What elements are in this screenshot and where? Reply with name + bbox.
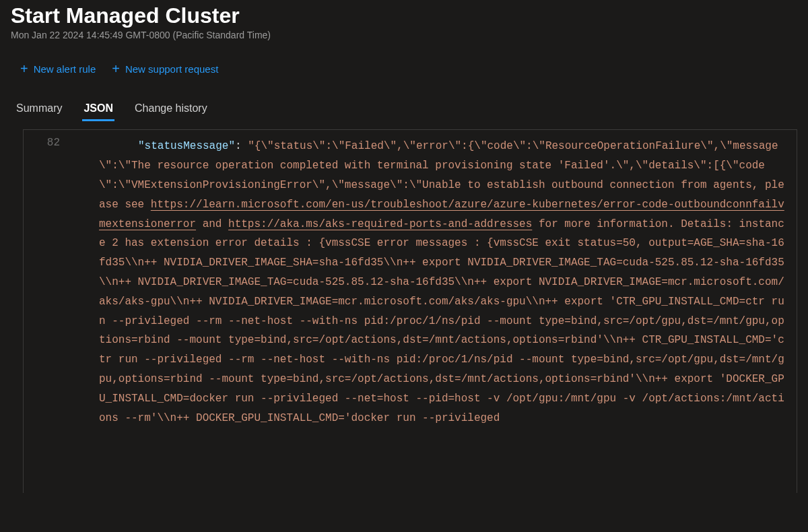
json-content[interactable]: "statusMessage": "{\"status\":\"Failed\"… [75,130,797,493]
plus-icon: + [112,62,120,75]
page-title: Start Managed Cluster [11,3,797,28]
tab-change-history[interactable]: Change history [133,98,209,120]
tab-summary[interactable]: Summary [15,98,63,120]
json-colon: : [235,140,248,152]
new-alert-rule-label: New alert rule [34,63,96,75]
aks-ports-link[interactable]: https://aka.ms/aks-required-ports-and-ad… [228,218,532,230]
new-support-request-button[interactable]: + New support request [110,59,220,78]
plus-icon: + [20,62,28,75]
json-value-suffix: for more information. Details: instance … [99,218,784,424]
new-support-request-label: New support request [125,63,218,75]
toolbar: + New alert rule + New support request [11,59,797,78]
tab-json[interactable]: JSON [82,98,114,120]
json-key: "statusMessage" [138,140,235,152]
json-panel: 82 "statusMessage": "{\"status\":\"Faile… [23,129,797,493]
page-timestamp: Mon Jan 22 2024 14:45:49 GMT-0800 (Pacif… [11,30,797,40]
line-gutter: 82 [24,130,75,493]
tab-bar: Summary JSON Change history [11,98,797,120]
new-alert-rule-button[interactable]: + New alert rule [19,59,97,78]
line-number: 82 [24,137,60,149]
json-between-links: and [196,218,228,230]
